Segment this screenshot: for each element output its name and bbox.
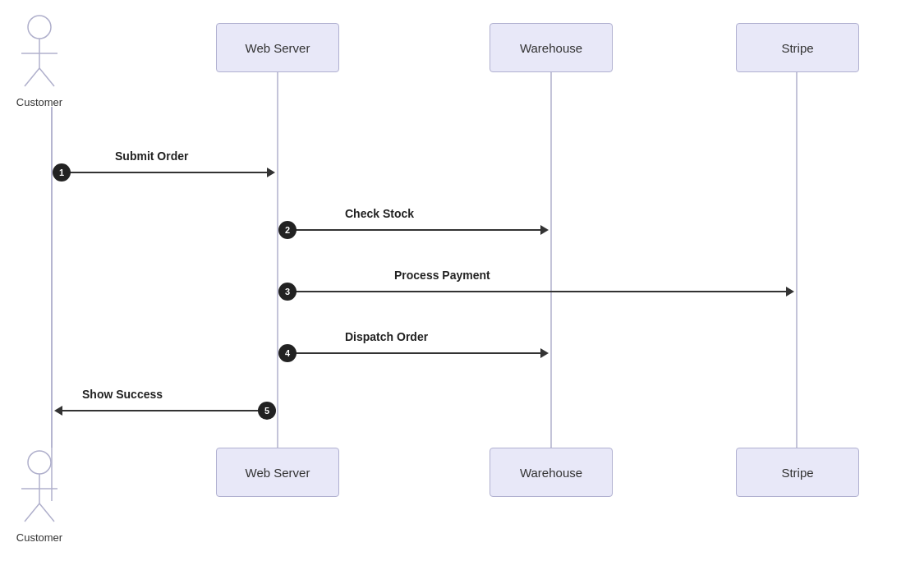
actor-box-stripe-bottom: Stripe <box>736 448 859 497</box>
svg-text:4: 4 <box>285 348 291 358</box>
svg-marker-26 <box>54 406 62 416</box>
actor-label-warehouse-top: Warehouse <box>520 41 582 55</box>
svg-marker-6 <box>267 168 275 177</box>
actor-box-warehouse-bottom: Warehouse <box>490 448 613 497</box>
actor-label-stripe-top: Stripe <box>781 41 813 55</box>
actor-box-webserver-bottom: Web Server <box>216 448 339 497</box>
svg-line-34 <box>39 68 54 86</box>
actor-box-webserver-top: Web Server <box>216 23 339 72</box>
actor-customer-bottom: Customer <box>15 448 64 544</box>
svg-point-27 <box>258 402 276 420</box>
actor-box-stripe-top: Stripe <box>736 23 859 72</box>
svg-text:Show Success: Show Success <box>82 388 163 401</box>
svg-line-33 <box>25 68 39 86</box>
svg-text:3: 3 <box>285 287 290 296</box>
svg-text:Check Stock: Check Stock <box>345 207 414 220</box>
svg-marker-16 <box>786 287 794 296</box>
svg-text:5: 5 <box>264 406 269 416</box>
svg-point-12 <box>278 221 297 239</box>
actor-customer-top: Customer <box>15 12 64 108</box>
svg-line-39 <box>39 503 54 522</box>
svg-marker-11 <box>540 225 549 235</box>
svg-text:2: 2 <box>285 225 290 235</box>
svg-text:1: 1 <box>59 168 64 177</box>
actor-label-webserver-bottom: Web Server <box>246 466 310 480</box>
svg-point-17 <box>278 283 297 301</box>
actor-label-customer-top: Customer <box>16 96 62 108</box>
svg-point-7 <box>53 163 71 182</box>
svg-text:Dispatch Order: Dispatch Order <box>345 330 429 343</box>
svg-text:Process Payment: Process Payment <box>394 269 490 282</box>
actor-label-customer-bottom: Customer <box>16 531 62 544</box>
svg-point-35 <box>28 451 51 474</box>
actor-label-webserver-top: Web Server <box>246 41 310 55</box>
svg-marker-21 <box>540 348 549 358</box>
actor-label-stripe-bottom: Stripe <box>781 466 813 480</box>
svg-text:Submit Order: Submit Order <box>115 149 189 163</box>
svg-line-38 <box>25 503 39 522</box>
actor-label-warehouse-bottom: Warehouse <box>520 466 582 480</box>
actor-box-warehouse-top: Warehouse <box>490 23 613 72</box>
svg-point-22 <box>278 344 297 362</box>
svg-point-30 <box>28 16 51 39</box>
sequence-diagram: Submit Order 1 Check Stock 2 Process Pay… <box>0 0 924 570</box>
